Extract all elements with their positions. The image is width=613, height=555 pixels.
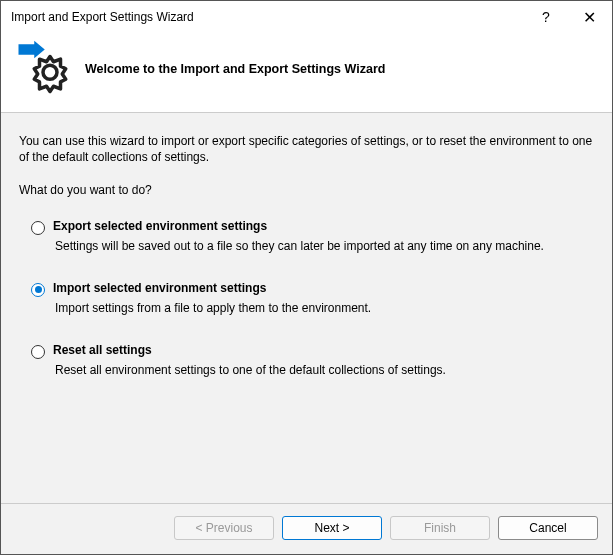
next-button[interactable]: Next > [282, 516, 382, 540]
radio-icon[interactable] [31, 283, 45, 297]
prompt-text: What do you want to do? [19, 183, 594, 197]
radio-icon[interactable] [31, 345, 45, 359]
radio-icon[interactable] [31, 221, 45, 235]
option-title: Reset all settings [53, 343, 446, 357]
option-title: Export selected environment settings [53, 219, 544, 233]
intro-text: You can use this wizard to import or exp… [19, 133, 594, 165]
option-desc: Import settings from a file to apply the… [55, 301, 371, 315]
option-reset[interactable]: Reset all settings Reset all environment… [31, 343, 594, 377]
option-desc: Settings will be saved out to a file so … [55, 239, 544, 253]
previous-button: < Previous [174, 516, 274, 540]
close-button[interactable]: ✕ [566, 1, 612, 33]
option-import[interactable]: Import selected environment settings Imp… [31, 281, 594, 315]
option-export[interactable]: Export selected environment settings Set… [31, 219, 594, 253]
gear-import-icon [15, 39, 71, 98]
wizard-title: Welcome to the Import and Export Setting… [85, 62, 385, 76]
option-title: Import selected environment settings [53, 281, 371, 295]
help-button[interactable]: ? [526, 1, 566, 33]
cancel-button[interactable]: Cancel [498, 516, 598, 540]
option-desc: Reset all environment settings to one of… [55, 363, 446, 377]
window-title: Import and Export Settings Wizard [11, 10, 526, 24]
wizard-body: You can use this wizard to import or exp… [1, 113, 612, 503]
titlebar: Import and Export Settings Wizard ? ✕ [1, 1, 612, 33]
wizard-footer: < Previous Next > Finish Cancel [1, 503, 612, 554]
finish-button: Finish [390, 516, 490, 540]
wizard-header: Welcome to the Import and Export Setting… [1, 33, 612, 113]
svg-point-0 [43, 65, 57, 79]
